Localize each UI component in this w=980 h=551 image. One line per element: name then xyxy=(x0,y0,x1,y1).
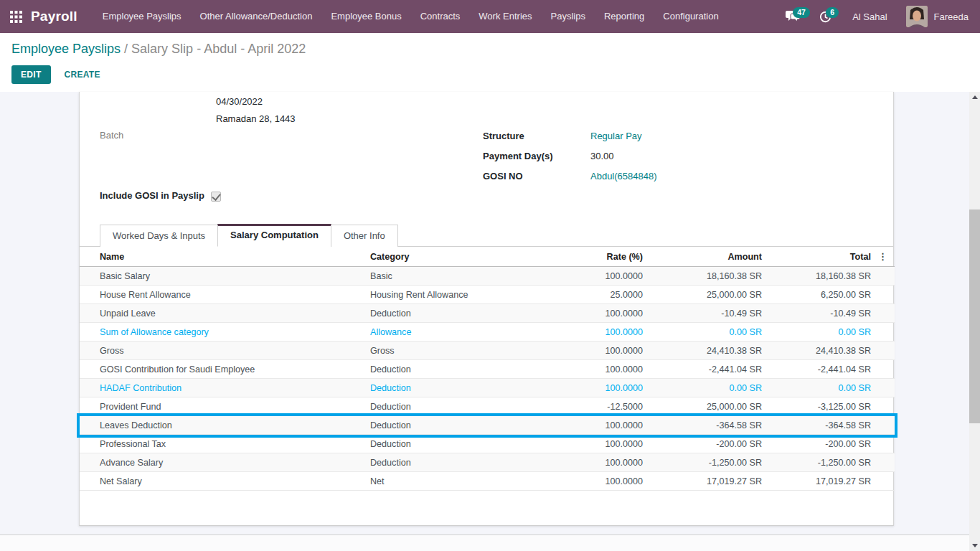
nav-menu-item[interactable]: Contracts xyxy=(411,0,470,33)
cell-total[interactable]: -1,250.00 SR xyxy=(762,453,871,472)
cell-name[interactable]: Provident Fund xyxy=(80,397,370,416)
column-header-name[interactable]: Name xyxy=(80,247,370,267)
user-menu[interactable]: Fareeda xyxy=(900,6,970,27)
table-row[interactable]: Provident Fund Deduction -12.5000 25,000… xyxy=(80,397,895,416)
cell-total[interactable]: -364.58 SR xyxy=(762,416,871,435)
nav-menu-item[interactable]: Payslips xyxy=(542,0,595,33)
app-switcher[interactable]: Payroll xyxy=(10,9,77,24)
cell-name[interactable]: GOSI Contribution for Saudi Employee xyxy=(80,360,370,379)
cell-amount[interactable]: -364.58 SR xyxy=(643,416,762,435)
cell-amount[interactable]: 25,000.00 SR xyxy=(643,286,762,304)
cell-category[interactable]: Allowance xyxy=(370,323,546,342)
cell-total[interactable]: 24,410.38 SR xyxy=(762,342,871,360)
optional-columns-icon[interactable]: ⋮ xyxy=(871,247,895,267)
nav-menu-item[interactable]: Other Allowance/Deduction xyxy=(191,0,322,33)
table-row[interactable]: Basic Salary Basic 100.0000 18,160.38 SR… xyxy=(80,267,895,286)
column-header-amount[interactable]: Amount xyxy=(643,247,762,267)
cell-category[interactable]: Deduction xyxy=(370,360,546,379)
nav-menu-item[interactable]: Employee Payslips xyxy=(93,0,191,33)
user-avatar[interactable] xyxy=(906,6,928,27)
date-to-value[interactable]: 04/30/2022 xyxy=(216,96,263,107)
nav-menu-item[interactable]: Employee Bonus xyxy=(321,0,410,33)
nav-menu-item[interactable]: Work Entries xyxy=(469,0,541,33)
cell-name[interactable]: Net Salary xyxy=(80,472,370,491)
cell-amount[interactable]: 18,160.38 SR xyxy=(643,267,762,286)
cell-total[interactable]: -10.49 SR xyxy=(762,304,871,323)
cell-rate[interactable]: 100.0000 xyxy=(546,453,643,472)
structure-value-link[interactable]: Regular Pay xyxy=(590,131,642,141)
cell-amount[interactable]: 24,410.38 SR xyxy=(643,342,762,360)
cell-rate[interactable]: 100.0000 xyxy=(546,267,643,286)
cell-category[interactable]: Housing Rent Allowance xyxy=(370,286,546,304)
cell-amount[interactable]: 25,000.00 SR xyxy=(643,397,762,416)
apps-grid-icon[interactable] xyxy=(10,11,22,23)
cell-rate[interactable]: 100.0000 xyxy=(546,416,643,435)
cell-name[interactable]: Sum of Allowance category xyxy=(80,323,370,342)
cell-amount[interactable]: -10.49 SR xyxy=(643,304,762,323)
cell-rate[interactable]: 25.0000 xyxy=(546,286,643,304)
cell-rate[interactable]: 100.0000 xyxy=(546,379,643,397)
cell-category[interactable]: Deduction xyxy=(370,435,546,453)
column-header-category[interactable]: Category xyxy=(370,247,546,267)
column-header-rate[interactable]: Rate (%) xyxy=(546,247,643,267)
cell-name[interactable]: House Rent Allowance xyxy=(80,286,370,304)
cell-category[interactable]: Deduction xyxy=(370,304,546,323)
include-gosi-checkbox[interactable] xyxy=(211,192,221,202)
cell-category[interactable]: Deduction xyxy=(370,397,546,416)
table-row[interactable]: Leaves Deduction Deduction 100.0000 -364… xyxy=(80,416,895,435)
cell-name[interactable]: HADAF Contribution xyxy=(80,379,370,397)
cell-category[interactable]: Gross xyxy=(370,342,546,360)
cell-name[interactable]: Leaves Deduction xyxy=(80,416,370,435)
nav-menu-item[interactable]: Reporting xyxy=(595,0,654,33)
hijri-date-value[interactable]: Ramadan 28, 1443 xyxy=(216,113,296,124)
cell-name[interactable]: Professional Tax xyxy=(80,435,370,453)
messages-button[interactable]: 47 xyxy=(778,6,809,27)
cell-rate[interactable]: 100.0000 xyxy=(546,435,643,453)
cell-total[interactable]: -3,125.00 SR xyxy=(762,397,871,416)
cell-amount[interactable]: 0.00 SR xyxy=(643,379,762,397)
cell-category[interactable]: Basic xyxy=(370,267,546,286)
cell-total[interactable]: 18,160.38 SR xyxy=(762,267,871,286)
cell-amount[interactable]: -2,441.04 SR xyxy=(643,360,762,379)
cell-amount[interactable]: -1,250.00 SR xyxy=(643,453,762,472)
table-row[interactable]: Professional Tax Deduction 100.0000 -200… xyxy=(80,435,895,453)
cell-total[interactable]: 0.00 SR xyxy=(762,323,871,342)
cell-total[interactable]: -2,441.04 SR xyxy=(762,360,871,379)
cell-rate[interactable]: -12.5000 xyxy=(546,397,643,416)
cell-category[interactable]: Deduction xyxy=(370,453,546,472)
cell-category[interactable]: Deduction xyxy=(370,379,546,397)
vertical-scrollbar[interactable] xyxy=(969,92,980,551)
activities-button[interactable]: 6 xyxy=(811,6,839,28)
breadcrumb-parent-link[interactable]: Employee Payslips xyxy=(11,42,121,56)
cell-name[interactable]: Unpaid Leave xyxy=(80,304,370,323)
payment-days-value[interactable]: 30.00 xyxy=(590,151,614,161)
table-row[interactable]: GOSI Contribution for Saudi Employee Ded… xyxy=(80,360,895,379)
create-button[interactable]: CREATE xyxy=(56,65,109,84)
table-row[interactable]: House Rent Allowance Housing Rent Allowa… xyxy=(80,286,895,304)
cell-category[interactable]: Net xyxy=(370,472,546,491)
scroll-up-icon[interactable] xyxy=(969,92,980,103)
cell-category[interactable]: Deduction xyxy=(370,416,546,435)
table-row[interactable]: Advance Salary Deduction 100.0000 -1,250… xyxy=(80,453,895,472)
app-name[interactable]: Payroll xyxy=(31,9,77,24)
column-header-total[interactable]: Total xyxy=(762,247,871,267)
table-row[interactable]: Gross Gross 100.0000 24,410.38 SR 24,410… xyxy=(80,342,895,360)
cell-rate[interactable]: 100.0000 xyxy=(546,323,643,342)
scroll-down-icon[interactable] xyxy=(969,540,980,551)
gosi-no-value-link[interactable]: Abdul(6584848) xyxy=(590,171,657,182)
cell-total[interactable]: 0.00 SR xyxy=(762,379,871,397)
cell-amount[interactable]: 17,019.27 SR xyxy=(643,472,762,491)
table-row[interactable]: Unpaid Leave Deduction 100.0000 -10.49 S… xyxy=(80,304,895,323)
cell-total[interactable]: -200.00 SR xyxy=(762,435,871,453)
cell-amount[interactable]: -200.00 SR xyxy=(643,435,762,453)
cell-name[interactable]: Advance Salary xyxy=(80,453,370,472)
cell-total[interactable]: 6,250.00 SR xyxy=(762,286,871,304)
cell-rate[interactable]: 100.0000 xyxy=(546,304,643,323)
user-name[interactable]: Fareeda xyxy=(934,11,969,22)
table-row[interactable]: Sum of Allowance category Allowance 100.… xyxy=(80,323,895,342)
cell-rate[interactable]: 100.0000 xyxy=(546,360,643,379)
table-row[interactable]: Net Salary Net 100.0000 17,019.27 SR 17,… xyxy=(80,472,895,491)
cell-rate[interactable]: 100.0000 xyxy=(546,472,643,491)
cell-amount[interactable]: 0.00 SR xyxy=(643,323,762,342)
notebook-tab[interactable]: Other Info xyxy=(331,225,398,247)
